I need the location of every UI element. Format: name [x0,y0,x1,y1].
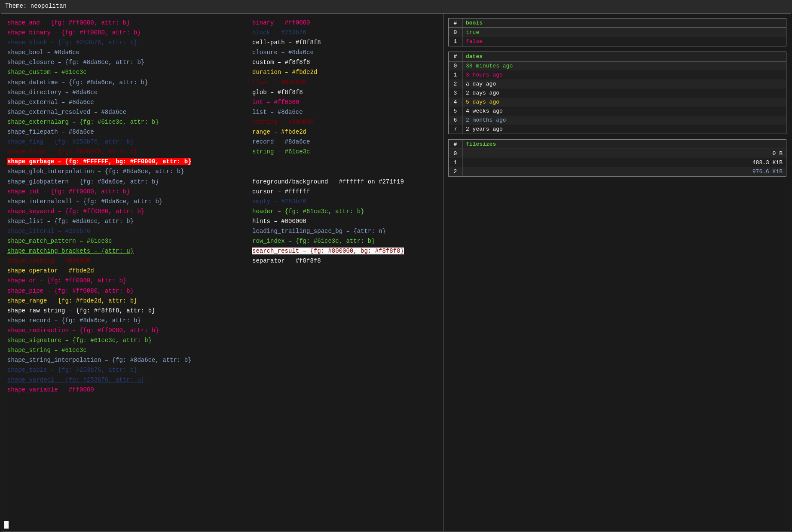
table-row: 54 weeks ago [449,107,786,116]
left-line: shape_external_resolved – #8da6ce [7,107,240,117]
middle-line: cell-path – #f8f8f8 [252,38,437,48]
middle-line: record – #8da6ce [252,137,437,147]
table-row: 1488.3 KiB [449,158,786,167]
left-line: shape_float – {fg: #800000, attr: b} [7,147,240,157]
theme-label: Theme: [5,3,31,9]
left-line: shape_datetime – {fg: #8da6ce, attr: b} [7,78,240,88]
left-line: shape_closure – {fg: #8da6ce, attr: b} [7,58,240,67]
table-row: 2a day ago [449,79,786,89]
left-line: shape_bool – #8da6ce [7,48,240,58]
theme-name: neopolitan [31,3,67,9]
left-line: shape_table – {fg: #253b76, attr: b} [7,365,240,375]
col-left: shape_and – {fg: #ff0080, attr: b}shape_… [1,14,246,531]
panel-table-wrapper: #filesizes00 B1488.3 KiB2976.6 KiB [448,139,786,177]
left-line: shape_pipe – {fg: #ff0080, attr: b} [7,286,240,296]
middle-line: empty – #253b76 [252,197,437,207]
middle-line: hints – #000000 [252,217,437,226]
table-row: 0true [449,28,786,37]
left-line: shape_string_interpolation – {fg: #8da6c… [7,355,240,365]
left-line: shape_garbage – {fg: #FFFFFF, bg: #FF000… [7,157,240,167]
table-row: 038 minutes ago [449,61,786,71]
middle-line: string – #61ce3c [252,147,437,157]
left-line: shape_list – {fg: #8da6ce, attr: b} [7,217,240,226]
left-line: shape_match_pattern – #61ce3c [7,236,240,246]
middle-line: header – {fg: #61ce3c, attr: b} [252,207,437,217]
left-line: shape_block – {fg: #253b76, attr: b} [7,38,240,48]
left-line: shape_internalcall – {fg: #8da6ce, attr:… [7,197,240,207]
table-row: 1false [449,37,786,46]
table-row: 45 days ago [449,98,786,107]
middle-line: leading_trailing_space_bg – {attr: n} [252,226,437,236]
left-line: shape_and – {fg: #ff0080, attr: b} [7,18,240,28]
table-row: 32 days ago [449,89,786,98]
left-line: shape_nothing – #800000 [7,256,240,266]
middle-line: range – #fbde2d [252,127,437,137]
left-line: shape_binary – {fg: #ff0080, attr: b} [7,28,240,38]
middle-line: cursor – #ffffff [252,187,437,197]
left-line: shape_operator – #fbde2d [7,266,240,276]
table-row: 13 hours ago [449,70,786,79]
middle-line: block – #253b76 [252,28,437,38]
panel-table-wrapper: #bools0true1false [448,18,786,46]
left-line: shape_variable – #ff0080 [7,385,240,395]
left-line: shape_string – #61ce3c [7,345,240,355]
left-line: shape_signature – {fg: #61ce3c, attr: b} [7,336,240,345]
col-right: #bools0true1false#dates038 minutes ago13… [444,14,791,531]
middle-line: list – #8da6ce [252,107,437,117]
theme-bar: Theme: neopolitan [0,0,792,12]
middle-line: search_result – {fg: #800000, bg: #f8f8f… [252,246,437,256]
middle-line: custom – #f8f8f8 [252,58,437,67]
table-row: 00 B [449,149,786,159]
left-line: shape_raw_string – {fg: #f8f8f8, attr: b… [7,306,240,316]
left-line: shape_literal – #253b76 [7,226,240,236]
middle-line: float – #800000 [252,78,437,88]
left-line: shape_filepath – #8da6ce [7,127,240,137]
left-line: shape_custom – #61ce3c [7,67,240,77]
middle-line: closure – #8da6ce [252,48,437,58]
left-line: shape_vardecl – {fg: #253b76, attr: u} [7,375,240,385]
middle-line: row_index – {fg: #61ce3c, attr: b} [252,236,437,246]
middle-line: binary – #ff0080 [252,18,437,28]
table-row: 72 years ago [449,125,786,134]
left-line: shape_or – {fg: #ff0080, attr: b} [7,276,240,286]
left-line: shape_external – #8da6ce [7,98,240,107]
left-line: shape_matching_brackets – {attr: u} [7,246,240,256]
table-row: 2976.6 KiB [449,167,786,177]
table-row: 62 months ago [449,116,786,125]
left-line: shape_keyword – {fg: #ff0080, attr: b} [7,207,240,217]
middle-line: int – #ff0080 [252,98,437,107]
left-line: shape_flag – {fg: #253b76, attr: b} [7,137,240,147]
left-line: shape_redirection – {fg: #ff0080, attr: … [7,326,240,336]
main-container: shape_and – {fg: #ff0080, attr: b}shape_… [1,13,791,532]
col-middle: binary – #ff0080block – #253b76cell-path… [246,14,444,531]
panel-table-wrapper: #dates038 minutes ago13 hours ago2a day … [448,52,786,134]
middle-line: nothing – #800000 [252,117,437,127]
left-line: shape_glob_interpolation – {fg: #8da6ce,… [7,167,240,177]
middle-line: duration – #fbde2d [252,67,437,77]
left-line: shape_externalarg – {fg: #61ce3c, attr: … [7,117,240,127]
left-line: shape_range – {fg: #fbde2d, attr: b} [7,296,240,306]
left-line: shape_directory – #8da6ce [7,88,240,98]
left-line: shape_globpattern – {fg: #8da6ce, attr: … [7,177,240,187]
middle-line: separator – #f8f8f8 [252,256,437,266]
middle-line: glob – #f8f8f8 [252,88,437,98]
left-line: shape_int – {fg: #ff0080, attr: b} [7,187,240,197]
cursor-block [4,521,9,529]
middle-line: foreground/background – #ffffff on #271f… [252,177,437,187]
left-line: shape_record – {fg: #8da6ce, attr: b} [7,316,240,326]
